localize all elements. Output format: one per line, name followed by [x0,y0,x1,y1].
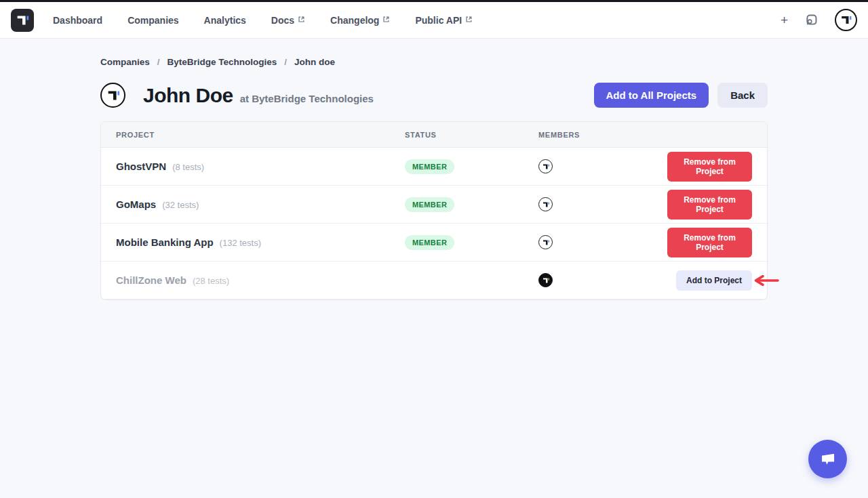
nav-item-dashboard[interactable]: Dashboard [53,15,102,26]
nav-label: Docs [271,15,294,26]
page-title: John Doe [143,85,233,106]
action-cell: Remove from Project [667,190,767,220]
avatar-t-icon [542,163,550,171]
member-avatar-dark [538,273,553,287]
nav-item-changelog[interactable]: Changelog [330,15,390,26]
members-cell [538,159,667,173]
member-avatar [538,159,553,173]
project-cell: GhostVPN (8 tests) [101,161,405,172]
breadcrumb: Companies / ByteBridge Technologies / Jo… [100,57,768,67]
status-badge: MEMBER [405,159,454,174]
members-cell [538,235,667,249]
title-bar: John Doe at ByteBridge Technologies Add … [100,83,768,108]
nav-item-companies[interactable]: Companies [127,15,178,26]
project-tests-count: (32 tests) [162,200,199,210]
project-tests-count: (132 tests) [220,238,261,248]
column-header-project: PROJECT [101,131,405,139]
person-avatar [100,83,125,108]
status-badge: MEMBER [405,197,454,212]
user-avatar[interactable] [835,9,857,31]
project-tests-count: (8 tests) [172,162,204,172]
project-name: ChillZone Web [116,274,186,286]
nav-label: Public API [415,15,462,26]
plus-icon[interactable]: + [781,14,788,26]
main-nav: Dashboard Companies Analytics Docs Chang… [53,15,473,26]
external-link-icon [465,16,473,23]
remove-from-project-button[interactable]: Remove from Project [667,152,752,182]
project-tests-count: (28 tests) [193,276,229,286]
nav-item-analytics[interactable]: Analytics [204,15,246,26]
member-avatar [538,235,553,249]
remove-from-project-button[interactable]: Remove from Project [667,228,752,257]
doc-search-icon[interactable] [804,13,818,27]
project-cell: Mobile Banking App (132 tests) [101,236,405,248]
column-header-members: MEMBERS [538,131,667,139]
title-actions: Add to All Projects Back [594,83,768,108]
avatar-t-icon [542,238,550,247]
nav-label: Dashboard [53,15,102,26]
nav-item-docs[interactable]: Docs [271,15,305,26]
table-header-row: PROJECT STATUS MEMBERS [101,122,767,148]
members-cell [538,273,667,287]
breadcrumb-separator: / [157,57,160,67]
members-cell [538,197,667,211]
action-cell: Remove from Project [667,228,767,257]
table-row-mobile-banking-app: Mobile Banking App (132 tests) MEMBER Re… [101,224,767,262]
page-content: Companies / ByteBridge Technologies / Jo… [100,57,768,300]
projects-table: PROJECT STATUS MEMBERS GhostVPN (8 tests… [100,121,768,300]
add-to-project-button[interactable]: Add to Project [676,270,752,291]
project-cell: ChillZone Web (28 tests) [101,274,405,286]
member-avatar [538,197,553,211]
table-row-ghostvpn: GhostVPN (8 tests) MEMBER Remove from Pr… [101,148,767,186]
breadcrumb-company[interactable]: ByteBridge Technologies [167,57,277,67]
table-row-gomaps: GoMaps (32 tests) MEMBER Remove from Pro… [101,186,767,224]
project-cell: GoMaps (32 tests) [101,199,405,210]
status-badge: MEMBER [405,235,454,250]
action-cell: Add to Project [676,270,767,291]
nav-label: Analytics [204,15,246,26]
external-link-icon [298,16,305,23]
navbar-right: + [781,9,857,31]
nav-label: Companies [127,15,178,26]
project-name: Mobile Banking App [116,236,214,248]
add-to-all-projects-button[interactable]: Add to All Projects [594,83,709,108]
project-name: GoMaps [116,199,156,210]
nav-item-public-api[interactable]: Public API [415,15,473,26]
status-cell: MEMBER [405,159,538,174]
app-logo[interactable] [11,9,34,32]
top-navbar: Dashboard Companies Analytics Docs Chang… [0,2,868,39]
avatar-t-icon [106,88,121,103]
column-header-status: STATUS [405,131,538,139]
page-subtitle: at ByteBridge Technologies [240,93,374,104]
chat-widget-button[interactable] [808,440,847,478]
external-link-icon [382,16,390,23]
remove-from-project-button[interactable]: Remove from Project [667,190,752,220]
avatar-t-icon [542,276,550,285]
breadcrumb-companies[interactable]: Companies [100,57,150,67]
project-name: GhostVPN [116,161,166,172]
logo-t-icon [15,13,30,28]
back-button[interactable]: Back [717,83,768,108]
table-row-chillzone-web: ChillZone Web (28 tests) Add to Project [101,262,767,299]
chat-bubble-icon [818,450,837,468]
status-cell: MEMBER [405,197,538,212]
breadcrumb-person[interactable]: John doe [294,57,335,67]
avatar-t-icon [542,201,550,209]
nav-label: Changelog [330,15,379,26]
action-cell: Remove from Project [667,152,767,182]
avatar-t-icon [840,14,852,26]
breadcrumb-separator: / [284,57,287,67]
status-cell: MEMBER [405,235,538,250]
